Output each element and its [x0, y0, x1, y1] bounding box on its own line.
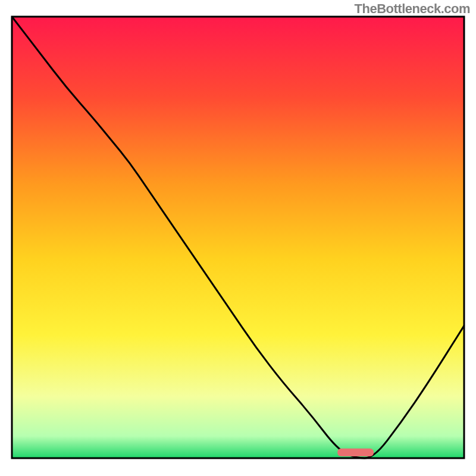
- optimum-marker: [337, 449, 374, 456]
- bottleneck-chart: [0, 0, 476, 476]
- plot-area: [12, 17, 464, 458]
- svg-rect-0: [12, 17, 464, 458]
- chart-container: TheBottleneck.com: [0, 0, 476, 476]
- watermark-text: TheBottleneck.com: [355, 1, 470, 17]
